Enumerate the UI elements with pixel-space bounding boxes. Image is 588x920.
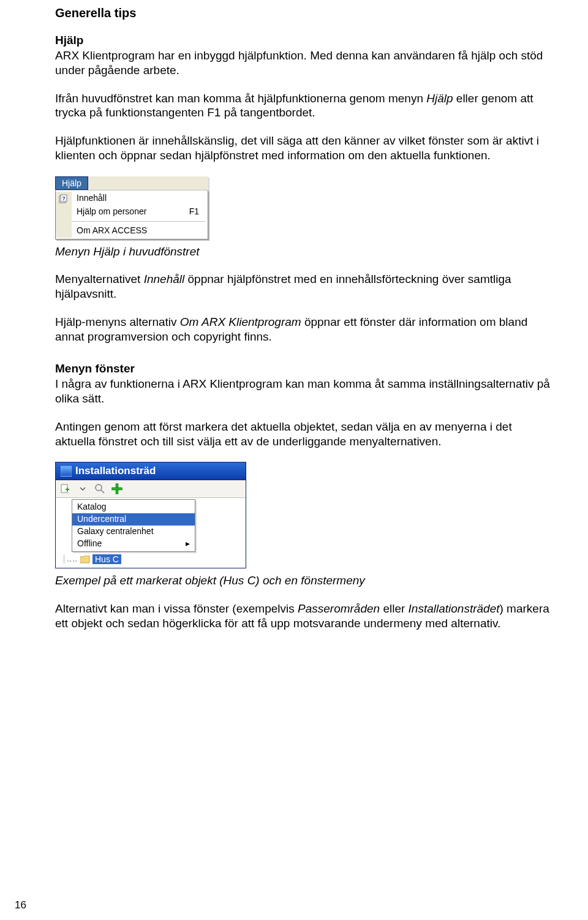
svg-line-7 [101,490,104,493]
tree-node-selected[interactable]: ┊‥‥ Hus C [57,553,244,564]
menu-item-label: Undercentral [72,513,195,526]
context-item-offline[interactable]: Offline ▸ [72,538,195,550]
menu-item-label: Hjälp om personer [72,205,189,219]
svg-text:?: ? [62,195,66,202]
window-toolbar [56,480,246,498]
window-menu-heading: Menyn fönster [55,362,554,375]
add-icon[interactable] [111,483,123,495]
window-icon [61,466,72,477]
menu-item-label: Offline [72,538,186,550]
tree-node-label: Hus C [92,554,121,564]
menu-item-hjalp-personer[interactable]: Hjälp om personer F1 [56,205,208,219]
text: eller [380,602,408,615]
help-paragraph-3: Hjälpfunktionen är innehållskänslig, det… [55,134,554,163]
svg-rect-5 [67,488,68,491]
window-titlebar: Installationsträd [56,462,246,480]
menu-item-label: Galaxy centralenhet [72,526,195,538]
blank-icon [56,205,72,219]
window-title: Installationsträd [75,465,156,477]
menu-item-label: Innehåll [72,192,199,205]
context-menu: Katalog Undercentral Galaxy centralenhet… [72,499,195,552]
search-icon[interactable] [94,483,106,495]
emphasis: Om ARX Klientprogram [180,315,301,328]
menu-item-label: Katalog [72,501,195,513]
help-menu-screenshot: Hjälp ? Innehåll Hjälp om personer F1 [55,176,208,239]
window-menu-paragraph-2: Antingen genom att först markera det akt… [55,420,554,449]
submenu-arrow-icon: ▸ [186,538,195,550]
tree-connector-icon: ┊‥‥ [62,555,78,564]
section-heading: Generella tips [55,6,554,20]
help-paragraph-2: Ifrån huvudfönstret kan man komma åt hjä… [55,91,554,121]
context-item-katalog[interactable]: Katalog [72,501,195,513]
svg-point-6 [96,485,102,491]
context-item-galaxy[interactable]: Galaxy centralenhet [72,526,195,538]
emphasis: Installationsträdet [409,602,500,615]
menu-item-shortcut [199,192,208,205]
help-icon: ? [56,192,72,205]
chevron-down-icon[interactable] [77,483,89,495]
blank-icon [56,224,72,238]
help-paragraph-5: Hjälp-menyns alternativ Om ARX Klientpro… [55,315,554,344]
window-menu-paragraph-1: I några av funktionerna i ARX Klientprog… [55,377,554,406]
menubar: Hjälp [55,176,208,190]
svg-rect-3 [61,485,67,492]
text: Hjälp-menyns alternativ [55,315,180,328]
menu-hjalp[interactable]: Hjälp [55,176,88,190]
emphasis: Passerområden [298,602,380,615]
help-menu-caption: Menyn Hjälp i huvudfönstret [55,244,554,259]
menu-item-about[interactable]: Om ARX ACCESS [56,224,208,238]
menu-item-label: Om ARX ACCESS [72,224,208,238]
text: Menyalternativet [55,273,144,285]
emphasis: Hjälp [426,92,453,105]
help-paragraph-4: Menyalternativet Innehåll öppnar hjälpfö… [55,272,554,301]
window-body: Katalog Undercentral Galaxy centralenhet… [56,498,246,568]
help-paragraph-1: ARX Klientprogram har en inbyggd hjälpfu… [55,48,554,78]
emphasis: Innehåll [144,273,185,285]
window-menu-paragraph-3: Alternativt kan man i vissa fönster (exe… [55,601,554,631]
page-number: 16 [15,899,26,911]
menu-item-shortcut: F1 [189,205,208,219]
svg-rect-9 [112,488,122,490]
text: Ifrån huvudfönstret kan man komma åt hjä… [55,92,426,105]
menu-item-innehall[interactable]: ? Innehåll [56,192,208,205]
text: Alternativt kan man i vissa fönster (exe… [55,602,298,615]
new-item-button[interactable] [59,483,72,495]
installation-tree-caption: Exempel på ett markerat objekt (Hus C) o… [55,573,554,588]
context-item-undercentral[interactable]: Undercentral [72,513,195,526]
folder-icon [80,556,90,564]
help-heading: Hjälp [55,34,554,47]
menu-separator [56,219,208,224]
installation-tree-screenshot: Installationsträd [55,462,246,568]
menu-dropdown: ? Innehåll Hjälp om personer F1 Om ARX A… [55,190,208,239]
